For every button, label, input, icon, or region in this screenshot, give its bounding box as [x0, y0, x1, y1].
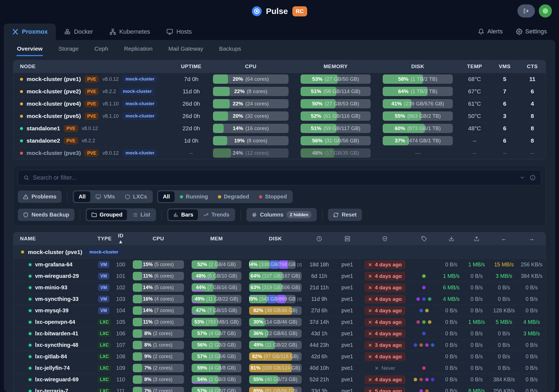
segment-list[interactable]: List	[128, 209, 155, 220]
subtab-ceph[interactable]: Ceph	[94, 45, 108, 56]
logout-button[interactable]	[517, 4, 535, 18]
guest-row[interactable]: lxc-jellyfin-74LXC1097%(2 cores)59%(4 GB…	[13, 362, 546, 374]
search-input[interactable]	[33, 174, 516, 181]
tab-hosts[interactable]: Hosts	[158, 24, 200, 40]
column-header-disk[interactable]: DISK	[245, 236, 306, 242]
column-header-type[interactable]: TYPE	[95, 236, 113, 242]
column-header-cpu[interactable]: CPU	[129, 236, 188, 242]
nav-link-alerts[interactable]: Alerts	[478, 28, 503, 35]
warning-icon	[23, 194, 28, 200]
segment-all[interactable]: All	[74, 191, 90, 202]
column-header-name[interactable]: NAME	[13, 236, 95, 242]
columns-button[interactable]: Columns2 hidden	[246, 208, 317, 221]
segment-stopped[interactable]: Stopped	[254, 191, 292, 202]
guest-uptime: 18d 18h	[306, 261, 333, 268]
column-header-memory[interactable]: MEMORY	[295, 64, 377, 70]
node-row[interactable]: mock-cluster (pve1)PVEv8.0.12mock-cluste…	[13, 73, 546, 85]
segment-trends[interactable]: Trends	[198, 209, 234, 220]
guest-disk-cell: 64%(107 GB/167 GB)	[245, 272, 306, 280]
node-row[interactable]: mock-cluster (pve5)PVEv8.1.10mock-cluste…	[13, 110, 546, 122]
column-header-vms[interactable]: VMS	[490, 64, 519, 70]
guest-row[interactable]: vm-wireguard-29VM10111%(6 cores)48%(5 GB…	[13, 270, 546, 282]
nav-link-settings[interactable]: Settings	[516, 28, 547, 35]
segment-vms[interactable]: VMs	[91, 191, 120, 202]
guest-id: 101	[113, 273, 129, 279]
column-header-arrow-left-icon[interactable]: ←	[490, 235, 518, 242]
guest-cpu-cell: 14%(5 cores)	[129, 283, 188, 292]
tag-icon	[421, 236, 427, 241]
column-header-uptime[interactable]: UPTIME	[175, 64, 207, 70]
column-header-mem[interactable]: MEM	[188, 236, 245, 242]
column-header-upload-icon[interactable]	[463, 236, 490, 241]
guest-row[interactable]: vm-syncthing-33VM10316%(4 cores)49%(11 G…	[13, 293, 546, 305]
tab-proxmox[interactable]: Proxmox	[4, 24, 56, 40]
reset-button[interactable]: Reset	[328, 209, 362, 221]
node-group-row[interactable]: mock-cluster (pve1)mock-cluster	[13, 245, 546, 259]
guest-row[interactable]: lxc-gitlab-84LXC1089%(2 cores)57%(3 GB/6…	[13, 351, 546, 362]
guest-row[interactable]: lxc-openvpn-64LXC10511%(3 cores)53%(783 …	[13, 316, 546, 328]
health-status-button[interactable]	[539, 4, 552, 18]
node-row[interactable]: mock-cluster (pve4)PVEv8.1.10mock-cluste…	[13, 97, 546, 110]
segment-all[interactable]: All	[158, 191, 175, 202]
guest-row[interactable]: lxc-syncthing-48LXC1078%(1 cores)56%(2 G…	[13, 339, 546, 351]
tab-docker[interactable]: Docker	[56, 24, 101, 40]
guest-node: pve1	[333, 273, 362, 279]
column-header-temp[interactable]: TEMP	[459, 64, 490, 70]
guest-row[interactable]: vm-grafana-64VM10015%(5 cores)52%(2 GB/4…	[13, 259, 546, 270]
node-memory-cell: 50%(27 GB/53 GB)	[295, 99, 377, 108]
column-header-arrow-right-icon[interactable]: →	[518, 235, 546, 242]
segment-bars[interactable]: Bars	[168, 209, 198, 220]
guest-row[interactable]: lxc-wireguard-69LXC1108%(3 cores)54%(2 G…	[13, 374, 546, 385]
column-header-node[interactable]: NODE	[13, 64, 175, 70]
segment-degraded[interactable]: Degraded	[213, 191, 254, 202]
subtab-replication[interactable]: Replication	[124, 45, 152, 56]
segment-grouped[interactable]: Grouped	[87, 209, 127, 220]
app-header: Pulse RC	[0, 0, 559, 22]
backup-status-text: Never	[381, 365, 395, 371]
subtab-overview[interactable]: Overview	[17, 45, 42, 56]
column-header-cts[interactable]: CTS	[519, 64, 546, 70]
node-temp: 48°C	[459, 125, 490, 132]
node-row[interactable]: mock-cluster (pve2)PVEv8.2.2mock-cluster…	[13, 85, 546, 97]
info-icon[interactable]	[530, 175, 535, 180]
subtab-backups[interactable]: Backups	[219, 45, 241, 56]
tab-label: Docker	[74, 28, 93, 35]
chevron-down-icon[interactable]	[520, 175, 525, 180]
bar-label: 9%(2 cores)	[133, 352, 184, 361]
guest-disk-cell: 81%(100 GB/124 GB)	[245, 364, 306, 372]
node-cpu-bar: 24%(12 cores)	[213, 148, 289, 158]
column-header-clock-icon[interactable]	[306, 236, 333, 241]
node-row[interactable]: standalone2PVEv8.2.21d 0h19%(8 cores)56%…	[13, 134, 546, 147]
guest-uptime: 27d 6h	[306, 307, 333, 314]
subtab-mail-gateway[interactable]: Mail Gateway	[168, 45, 203, 56]
node-row[interactable]: standalone1PVEv8.0.1222d 0h14%(16 cores)…	[13, 122, 546, 134]
column-header-disk[interactable]: DISK	[377, 64, 459, 70]
guest-row[interactable]: vm-minio-93VM10214%(5 cores)44%(7 GB/16 …	[13, 282, 546, 293]
tag-dot-icon	[422, 332, 426, 335]
node-row[interactable]: mock-cluster (pve3)PVEv8.0.12mock-cluste…	[13, 147, 546, 159]
tab-kubernetes[interactable]: Kubernetes	[101, 24, 159, 40]
subtab-storage[interactable]: Storage	[58, 45, 79, 56]
guest-row[interactable]: lxc-bitwarden-41LXC1068%(2 cores)57%(4 G…	[13, 328, 546, 339]
column-header-cpu[interactable]: CPU	[207, 64, 295, 70]
bar-label: 7%(2 cores)	[133, 387, 184, 392]
column-header-tag-icon[interactable]	[408, 236, 440, 241]
column-header-server-icon[interactable]	[333, 236, 362, 241]
needs-backup-button[interactable]: Needs Backup	[18, 209, 74, 221]
segment-lxcs[interactable]: LXCs	[120, 191, 152, 202]
column-header-id[interactable]: ID ▲	[113, 233, 129, 245]
column-header-shield-check-icon[interactable]	[362, 236, 408, 241]
guest-disk-cell: 82%(38 GB/46 GB)	[245, 306, 306, 315]
guest-row[interactable]: vm-mysql-39VM10414%(7 cores)47%(7 GB/15 …	[13, 305, 546, 316]
pve-version: v8.1.10	[102, 113, 119, 119]
bar-label: 19%(8 cores)	[213, 136, 289, 145]
guest-row[interactable]: lxc-terraria-7LXC1117%(2 cores)57%(4 GB/…	[13, 385, 546, 392]
guest-type-badge: LXC	[97, 342, 111, 348]
guest-type-badge: LXC	[97, 376, 111, 383]
column-header-download-icon[interactable]	[440, 236, 463, 241]
problems-button[interactable]: Problems	[18, 191, 62, 203]
bar-sublabel: (2 cores)	[153, 354, 172, 359]
segment-running[interactable]: Running	[175, 191, 213, 202]
health-dot-icon	[543, 8, 548, 14]
guest-name: vm-wireguard-29	[35, 273, 79, 279]
